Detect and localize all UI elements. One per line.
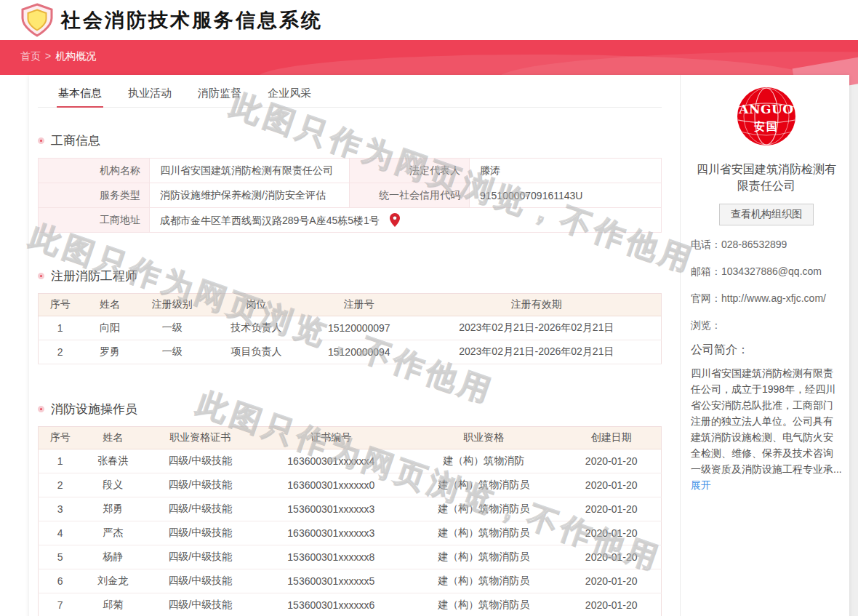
table-cell: 一级	[138, 340, 207, 364]
table-row: 5杨静四级/中级技能153600301xxxxxx8建（构）筑物消防员2020-…	[39, 545, 662, 569]
table-cell: 四级/中级技能	[144, 497, 256, 521]
breadcrumb-separator: >	[45, 50, 51, 62]
table-cell: 四级/中级技能	[144, 593, 256, 616]
table-cell: 2020-01-20	[561, 593, 661, 616]
table-cell: 2020-01-20	[561, 473, 661, 497]
company-intro-text: 四川省安国建筑消防检测有限责任公司，成立于1998年，经四川省公安消防总队批准，…	[691, 365, 842, 477]
table-cell: 郑勇	[81, 497, 144, 521]
tab-practice-activity[interactable]: 执业活动	[127, 82, 173, 107]
table-cell: 2023年02月21日-2026年02月21日	[412, 316, 662, 340]
table-header-cell: 注册级别	[138, 294, 207, 316]
business-info-table: 机构名称 四川省安国建筑消防检测有限责任公司 法定代表人 滕涛 服务类型 消防设…	[38, 158, 662, 233]
contact-label: 官网：	[691, 291, 721, 309]
table-cell: 四级/中级技能	[144, 473, 256, 497]
active-tab-underline	[57, 106, 103, 108]
contact-email: 邮箱： 1034327886@qq.com	[691, 264, 842, 282]
contact-website: 官网： http://www.ag-xfjc.com/	[691, 291, 842, 309]
tab-label: 企业风采	[268, 87, 311, 99]
table-cell: 3	[39, 497, 82, 521]
phone-value: 028-86532899	[721, 234, 787, 255]
legal-rep-value: 滕涛	[470, 159, 662, 183]
table-cell: 四级/中级技能	[144, 569, 256, 593]
table-cell: 163600301xxxxxx0	[256, 473, 406, 497]
table-header-cell: 姓名	[81, 294, 137, 316]
table-cell: 四级/中级技能	[144, 545, 256, 569]
tab-bar: 基本信息 执业活动 消防监督 企业风采	[38, 82, 662, 108]
credit-code-value: 91510000709161143U	[470, 183, 662, 208]
table-cell: 建（构）筑物消防员	[406, 497, 561, 521]
tab-company-style[interactable]: 企业风采	[266, 82, 313, 107]
table-cell: 严杰	[81, 521, 144, 545]
section-title-operators: 消防设施操作员	[38, 401, 662, 417]
table-cell: 段义	[81, 473, 144, 497]
tab-basic-info[interactable]: 基本信息	[57, 82, 103, 107]
map-pin-icon[interactable]	[390, 213, 400, 227]
main-card: 基本信息 执业活动 消防监督 企业风采 工商信息	[29, 75, 849, 616]
company-intro-title: 公司简介：	[691, 343, 842, 358]
table-cell: 建（构）筑物消防员	[406, 593, 561, 616]
engineers-table: 序号姓名注册级别岗位注册号注册有效期 1向阳一级技术负责人15120000097…	[38, 293, 662, 364]
table-row: 6刘金龙四级/中级技能153600301xxxxxx5建（构）筑物消防员2020…	[39, 569, 662, 593]
table-row: 4严杰四级/中级技能163600301xxxxxx3建（构）筑物消防员2020-…	[39, 521, 662, 545]
shield-logo-icon	[19, 3, 55, 38]
breadcrumb: 首页>机构概况	[0, 40, 858, 72]
table-header-row: 序号姓名职业资格证书证书编号职业资格创建日期	[39, 427, 662, 449]
table-cell: 153600301xxxxxx5	[256, 569, 406, 593]
table-row: 2罗勇一级项目负责人151200000942023年02月21日-2026年02…	[39, 340, 662, 364]
table-row: 7邱菊四级/中级技能153600301xxxxxx6建（构）筑物消防员2020-…	[39, 593, 662, 616]
table-cell: 向阳	[81, 316, 137, 340]
table-header-row: 序号姓名注册级别岗位注册号注册有效期	[39, 294, 662, 316]
field-label: 服务类型	[39, 183, 150, 208]
table-cell: 罗勇	[81, 340, 137, 364]
company-logo-wrap: ANGUO 安国	[691, 87, 842, 149]
website-link[interactable]: http://www.ag-xfjc.com/	[721, 288, 826, 309]
contact-phone: 电话： 028-86532899	[691, 237, 842, 255]
table-cell: 张春洪	[81, 449, 144, 473]
section-title-text: 消防设施操作员	[51, 401, 137, 417]
tab-fire-supervision[interactable]: 消防监督	[196, 82, 243, 107]
section-title-text: 工商信息	[51, 132, 100, 149]
view-org-chart-button[interactable]: 查看机构组织图	[719, 204, 814, 225]
table-row: 1张春洪四级/中级技能163600301xxxxxx4建（构）筑物消防2020-…	[39, 449, 662, 473]
table-cell: 2020-01-20	[561, 521, 661, 545]
table-row: 2段义四级/中级技能163600301xxxxxx0建（构）筑物消防员2020-…	[39, 473, 662, 497]
table-cell: 四级/中级技能	[144, 449, 256, 473]
section-title-text: 注册消防工程师	[51, 268, 137, 284]
table-cell: 2	[39, 473, 82, 497]
service-type-value: 消防设施维护保养检测/消防安全评估	[150, 183, 350, 208]
section-bullet-icon	[38, 406, 44, 412]
table-cell: 技术负责人	[207, 316, 306, 340]
table-cell: 项目负责人	[207, 340, 306, 364]
table-cell: 163600301xxxxxx4	[256, 449, 406, 473]
section-bullet-icon	[38, 273, 44, 279]
table-cell: 四级/中级技能	[144, 521, 256, 545]
table-header-cell: 姓名	[81, 427, 144, 449]
breadcrumb-home-link[interactable]: 首页	[20, 50, 41, 62]
table-cell: 6	[39, 569, 82, 593]
table-row: 机构名称 四川省安国建筑消防检测有限责任公司 法定代表人 滕涛	[39, 159, 662, 183]
app-header: 社会消防技术服务信息系统	[0, 0, 858, 40]
tab-label: 基本信息	[58, 87, 102, 99]
tab-label: 执业活动	[128, 87, 172, 99]
table-header-cell: 职业资格	[406, 427, 561, 449]
table-header-cell: 创建日期	[561, 427, 661, 449]
table-cell: 2020-01-20	[561, 449, 661, 473]
company-sidebar: ANGUO 安国 四川省安国建筑消防检测有限责任公司 查看机构组织图 电话： 0…	[680, 75, 849, 616]
expand-link[interactable]: 展开	[691, 479, 711, 492]
address-text: 成都市金牛区羊西线蜀汉路289号A座45栋5楼1号	[160, 215, 380, 226]
table-cell: 153600301xxxxxx6	[256, 593, 406, 616]
top-banner: 首页>机构概况	[0, 40, 858, 75]
contact-list: 电话： 028-86532899 邮箱： 1034327886@qq.com 官…	[691, 237, 842, 332]
org-name-value: 四川省安国建筑消防检测有限责任公司	[150, 159, 350, 183]
table-cell: 建（构）筑物消防员	[406, 521, 561, 545]
table-header-cell: 注册有效期	[412, 294, 662, 316]
table-cell: 2020-01-20	[561, 545, 661, 569]
field-label: 统一社会信用代码	[350, 183, 470, 208]
table-header-cell: 序号	[39, 294, 82, 316]
email-value: 1034327886@qq.com	[721, 261, 822, 282]
section-bullet-icon	[38, 137, 44, 144]
table-cell: 15120000097	[306, 316, 412, 340]
address-value-cell: 成都市金牛区羊西线蜀汉路289号A座45栋5楼1号	[150, 208, 662, 233]
section-title-business-info: 工商信息	[38, 132, 662, 149]
table-row: 服务类型 消防设施维护保养检测/消防安全评估 统一社会信用代码 91510000…	[39, 183, 662, 208]
